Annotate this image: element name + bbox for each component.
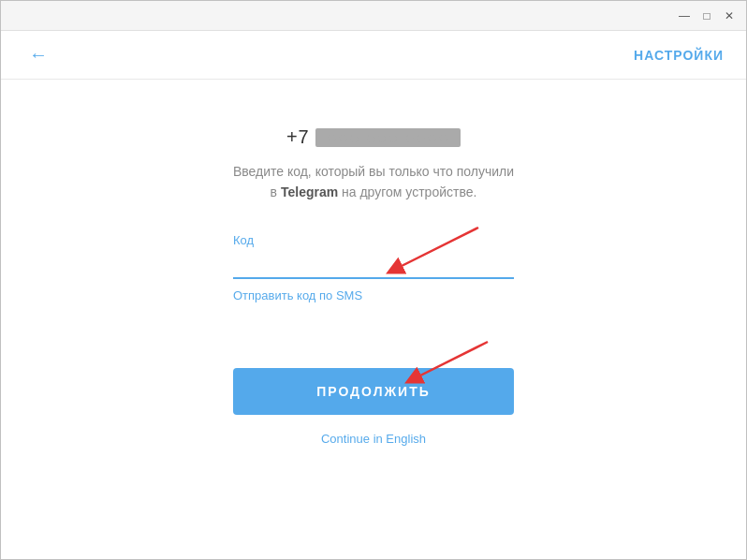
back-arrow-icon: ← xyxy=(29,44,48,66)
phone-prefix: +7 xyxy=(286,126,310,147)
description-line3: на другом устройстве. xyxy=(338,184,476,199)
continue-button[interactable]: ПРОДОЛЖИТЬ xyxy=(233,368,514,415)
close-button[interactable]: ✕ xyxy=(720,7,739,25)
window-controls: — □ ✕ xyxy=(675,7,739,25)
description-line2: в xyxy=(271,184,281,199)
app-window: — □ ✕ ← НАСТРОЙКИ +7 ●●● ●●● ●●●● Введит… xyxy=(0,0,747,560)
code-input[interactable] xyxy=(233,253,514,279)
continue-english-link[interactable]: Continue in English xyxy=(321,432,426,446)
send-sms-link[interactable]: Отправить код по SMS xyxy=(233,288,514,302)
app-header: ← НАСТРОЙКИ xyxy=(1,31,746,80)
phone-number-blurred: ●●● ●●● ●●●● xyxy=(315,128,461,147)
back-button[interactable]: ← xyxy=(23,40,53,70)
code-label: Код xyxy=(233,233,514,247)
main-content: +7 ●●● ●●● ●●●● Введите код, который вы … xyxy=(1,80,746,559)
telegram-bold: Telegram xyxy=(281,184,338,199)
minimize-button[interactable]: — xyxy=(675,7,694,25)
title-bar: — □ ✕ xyxy=(1,1,746,31)
description-text: Введите код, который вы только что получ… xyxy=(233,161,514,203)
description-line1: Введите код, который вы только что получ… xyxy=(233,164,514,179)
phone-display: +7 ●●● ●●● ●●●● xyxy=(286,126,461,148)
code-form-group: Код Отправить код по SMS xyxy=(233,233,514,302)
maximize-button[interactable]: □ xyxy=(697,7,716,25)
settings-title: НАСТРОЙКИ xyxy=(634,48,724,63)
